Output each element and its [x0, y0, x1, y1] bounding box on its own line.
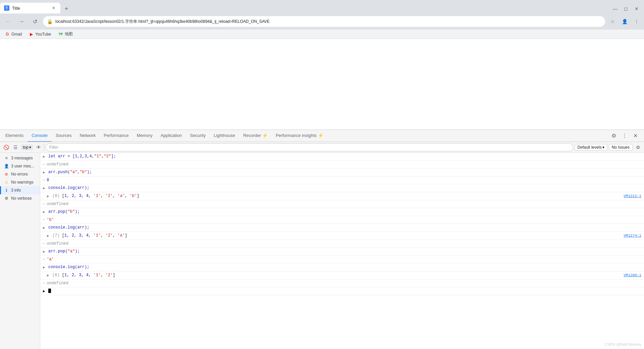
entry-text: undefined: [47, 280, 641, 286]
expand-icon[interactable]: ▶: [43, 169, 47, 176]
messages-icon: ≡: [4, 155, 9, 161]
source-link[interactable]: VM1288:1: [624, 272, 641, 278]
console-main: ≡ 3 messages 👤 3 user mes... ⊗ No errors…: [0, 153, 644, 349]
context-selector[interactable]: top ▾: [21, 144, 33, 150]
expand-icon[interactable]: ▶: [43, 185, 47, 191]
console-entry: ← 'a': [40, 256, 644, 263]
address-bar[interactable]: 🔒 localhost:63342/JavaScript/lesson02/1.…: [43, 16, 605, 27]
expand-icon[interactable]: ▶: [47, 233, 51, 239]
bookmark-gmail[interactable]: G Gmail: [3, 31, 24, 38]
tab-performance[interactable]: Performance: [100, 130, 132, 142]
restore-button[interactable]: ◻: [621, 4, 631, 13]
error-icon: ⊗: [4, 171, 9, 177]
entry-text: console.log(arr);: [48, 264, 641, 270]
tab-favicon: T: [4, 5, 9, 11]
tab-elements[interactable]: Elements: [1, 130, 28, 142]
console-input-line[interactable]: ▶: [40, 287, 644, 295]
console-entry: ▶ (6) [1, 2, 3, 4, '1', '2'] VM1288:1: [40, 271, 644, 280]
default-levels-button[interactable]: Default levels ▾: [575, 144, 607, 151]
expand-icon[interactable]: ▶: [47, 272, 51, 279]
minimize-button[interactable]: —: [610, 4, 620, 13]
address-text: localhost:63342/JavaScript/lesson02/1.字符…: [55, 19, 601, 24]
return-icon: ←: [43, 256, 45, 262]
bookmark-youtube[interactable]: ▶ YouTube: [26, 31, 53, 38]
sidebar-item-messages[interactable]: ≡ 3 messages: [0, 154, 40, 162]
close-devtools-button[interactable]: ✕: [631, 131, 640, 141]
menu-button[interactable]: ⋮: [632, 17, 641, 26]
chevron-down-icon: ▾: [602, 145, 604, 150]
console-entry: ← undefined: [40, 240, 644, 248]
eye-icon[interactable]: 👁: [35, 143, 43, 151]
console-entry: ▶ console.log(arr);: [40, 184, 644, 192]
new-tab-button[interactable]: +: [62, 4, 71, 13]
tab-lighthouse[interactable]: Lighthouse: [210, 130, 239, 142]
more-button[interactable]: ⋮: [620, 131, 629, 141]
console-sidebar: ≡ 3 messages 👤 3 user mes... ⊗ No errors…: [0, 153, 40, 349]
console-entry: ← 'b': [40, 216, 644, 224]
sidebar-item-user-messages[interactable]: 👤 3 user mes...: [0, 162, 40, 170]
console-entry: ▶ (7) [1, 2, 3, 4, '1', '2', 'a'] VM1274…: [40, 232, 644, 240]
tab-network[interactable]: Network: [76, 130, 100, 142]
profile-button[interactable]: 👤: [620, 17, 629, 26]
toggle-sidebar-button[interactable]: ☰: [11, 143, 19, 151]
youtube-icon: ▶: [29, 32, 34, 37]
bookmark-button[interactable]: ☆: [608, 17, 617, 26]
sidebar-item-info[interactable]: ℹ 3 info: [0, 186, 40, 194]
bookmark-maps[interactable]: 🗺 地图: [56, 31, 75, 38]
close-button[interactable]: ✕: [632, 4, 641, 13]
security-icon: 🔒: [47, 19, 53, 24]
gmail-icon: G: [5, 32, 10, 37]
sidebar-item-errors[interactable]: ⊗ No errors: [0, 170, 40, 178]
console-entry: ▶ (8) [1, 2, 3, 4, '1', '2', 'a', 'b'] V…: [40, 192, 644, 200]
entry-text: undefined: [47, 241, 641, 247]
source-link[interactable]: VM1222:1: [624, 193, 641, 199]
console-settings-button[interactable]: ⚙: [634, 143, 642, 151]
clear-console-button[interactable]: 🚫: [2, 143, 10, 151]
maps-icon: 🗺: [58, 32, 63, 37]
expand-icon[interactable]: ▶: [43, 264, 47, 270]
tab-close-button[interactable]: ✕: [51, 5, 56, 11]
back-button[interactable]: ←: [3, 16, 13, 27]
entry-text: arr.pop("b");: [48, 209, 641, 215]
tab-console[interactable]: Console: [28, 130, 52, 142]
entry-text: arr.pop("a");: [48, 248, 641, 254]
tab-recorder[interactable]: Recorder ⚡: [239, 130, 272, 142]
reload-button[interactable]: ↺: [30, 16, 40, 27]
devtools-tab-bar: Elements Console Sources Network Perform…: [0, 130, 644, 142]
entry-text: (6) [1, 2, 3, 4, '1', '2']: [52, 272, 641, 278]
expand-icon[interactable]: ▶: [43, 154, 47, 160]
tab-performance-insights[interactable]: Performance insights ⚡: [272, 130, 327, 142]
expand-icon[interactable]: ▶: [43, 249, 47, 255]
tab-security[interactable]: Security: [186, 130, 210, 142]
sidebar-item-verbose[interactable]: ⚙ No verbose: [0, 194, 40, 202]
devtools-panel: Elements Console Sources Network Perform…: [0, 130, 644, 349]
forward-button[interactable]: →: [16, 16, 27, 27]
tab-application[interactable]: Application: [157, 130, 186, 142]
filter-input[interactable]: [46, 143, 573, 151]
errors-label: No errors: [11, 172, 37, 177]
sidebar-item-warnings[interactable]: ⚠ No warnings: [0, 178, 40, 186]
expand-icon[interactable]: ▶: [43, 225, 47, 231]
expand-icon[interactable]: ▶: [47, 193, 51, 199]
settings-button[interactable]: ⚙: [609, 131, 619, 141]
messages-label: 3 messages: [11, 156, 37, 160]
console-entry: ▶ console.log(arr);: [40, 263, 644, 271]
tab-sources[interactable]: Sources: [52, 130, 76, 142]
return-icon: ←: [43, 161, 45, 167]
no-issues-button[interactable]: No Issues: [609, 144, 633, 151]
user-messages-label: 3 user mes...: [11, 164, 37, 168]
info-label: 3 info: [11, 188, 37, 193]
console-output[interactable]: ▶ let arr = [1,2,3,4,"1","2"]; ← undefin…: [40, 153, 644, 349]
tab-memory[interactable]: Memory: [133, 130, 157, 142]
user-icon: 👤: [4, 163, 9, 169]
return-icon: ←: [43, 177, 45, 183]
no-issues-label: No Issues: [612, 145, 630, 150]
context-label: top: [23, 145, 29, 150]
entry-text: 'b': [47, 217, 641, 223]
source-link[interactable]: VM1274:1: [624, 233, 641, 239]
browser-tab[interactable]: T Title ✕: [0, 3, 60, 13]
console-entry: ▶ arr.pop("a");: [40, 248, 644, 256]
console-toolbar: 🚫 ☰ top ▾ 👁 Default levels ▾ No Issues ⚙: [0, 142, 644, 153]
expand-icon[interactable]: ▶: [43, 209, 47, 215]
entry-text: (8) [1, 2, 3, 4, '1', '2', 'a', 'b']: [52, 193, 641, 199]
